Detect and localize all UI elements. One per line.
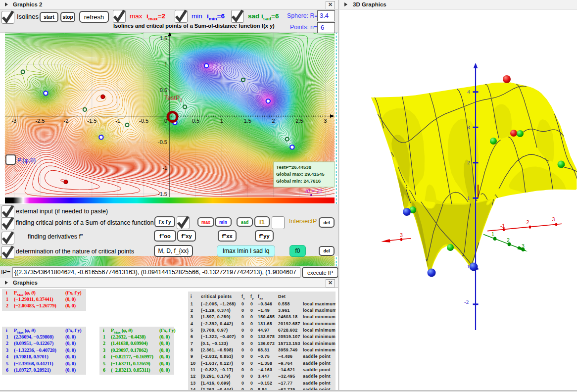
svg-text:3: 3	[522, 243, 525, 249]
svg-text:-3: -3	[550, 216, 555, 222]
svg-text:-1: -1	[500, 223, 505, 229]
svg-text:2: 2	[507, 237, 510, 243]
svg-text:4: 4	[467, 89, 470, 95]
svg-text:-1: -1	[465, 263, 470, 269]
svg-text:3: 3	[400, 232, 403, 238]
svg-text:1: 1	[467, 195, 470, 201]
svg-text:3: 3	[467, 124, 470, 130]
svg-text:-2: -2	[464, 299, 469, 305]
svg-text:-2: -2	[525, 219, 529, 225]
svg-text:2: 2	[467, 159, 470, 165]
svg-text:1: 1	[491, 231, 494, 237]
